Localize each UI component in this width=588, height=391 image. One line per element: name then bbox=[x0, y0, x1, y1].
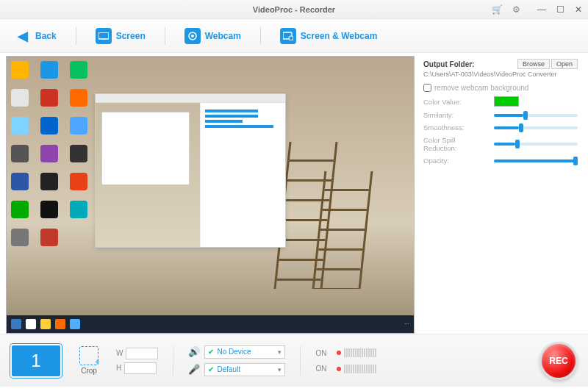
color-swatch[interactable] bbox=[494, 96, 519, 107]
spill-label: Color Spill Reduction: bbox=[423, 136, 490, 152]
bottom-bar: 1 Crop W H 🔊 ✔ No Device ▾ 🎤 ✔ Def bbox=[0, 334, 588, 387]
record-dot-icon bbox=[337, 351, 341, 355]
microphone-icon: 🎤 bbox=[188, 364, 200, 375]
maximize-button[interactable]: ☐ bbox=[556, 4, 564, 15]
desktop-icons bbox=[7, 57, 95, 311]
mode-toolbar: ◀ Back Screen Webcam Screen & Webcam bbox=[0, 19, 588, 53]
chevron-down-icon: ▾ bbox=[278, 366, 282, 373]
mic-device-select[interactable]: ✔ Default ▾ bbox=[204, 363, 285, 376]
speaker-icon: 🔊 bbox=[188, 346, 200, 357]
screen-label: Screen bbox=[116, 31, 146, 41]
screen-webcam-mode-button[interactable]: Screen & Webcam bbox=[277, 26, 381, 46]
screen-preview[interactable]: ⋯ bbox=[6, 56, 415, 334]
open-button[interactable]: Open bbox=[551, 59, 578, 69]
check-icon: ✔ bbox=[208, 365, 214, 373]
browse-button[interactable]: Browse bbox=[517, 59, 550, 69]
mic-device-value: Default bbox=[217, 365, 240, 373]
width-label: W bbox=[116, 349, 123, 357]
output-path: C:\Users\AT-003\Videos\VideoProc Convert… bbox=[423, 71, 578, 78]
remove-bg-input[interactable] bbox=[423, 84, 431, 92]
separator bbox=[165, 27, 165, 45]
webcam-mode-button[interactable]: Webcam bbox=[182, 26, 244, 46]
chevron-down-icon: ▾ bbox=[278, 348, 282, 356]
check-icon: ✔ bbox=[208, 348, 214, 356]
minimize-button[interactable]: — bbox=[537, 4, 546, 15]
height-input[interactable] bbox=[124, 362, 157, 374]
app-title: VideoProc - Recorder bbox=[253, 5, 335, 14]
display-selector[interactable]: 1 bbox=[10, 344, 62, 378]
gear-icon[interactable]: ⚙ bbox=[511, 4, 521, 15]
output-folder-label: Output Folder: bbox=[423, 60, 474, 68]
svg-rect-0 bbox=[98, 32, 109, 39]
wallpaper-ladder bbox=[282, 127, 370, 289]
back-button[interactable]: ◀ Back bbox=[12, 26, 60, 46]
similarity-slider[interactable] bbox=[494, 114, 578, 117]
wallpaper: ⋯ bbox=[7, 57, 414, 333]
remove-bg-label: remove webcam background bbox=[434, 84, 528, 92]
screen-icon bbox=[96, 28, 112, 44]
audio-toggle[interactable]: ON bbox=[315, 349, 326, 357]
taskbar: ⋯ bbox=[7, 315, 414, 333]
audio-device-value: No Device bbox=[217, 348, 251, 356]
mic-level-meter bbox=[337, 365, 376, 373]
separator bbox=[260, 27, 261, 45]
svg-point-3 bbox=[191, 35, 194, 37]
screen-webcam-label: Screen & Webcam bbox=[301, 31, 378, 41]
title-bar: VideoProc - Recorder 🛒 ⚙ — ☐ ✕ bbox=[0, 0, 588, 19]
width-input[interactable] bbox=[126, 348, 158, 359]
opacity-slider[interactable] bbox=[494, 159, 578, 162]
settings-panel: Output Folder: Browse Open C:\Users\AT-0… bbox=[419, 56, 582, 334]
color-value-label: Color Value: bbox=[423, 98, 490, 106]
webcam-icon bbox=[184, 28, 201, 44]
opacity-label: Opacity: bbox=[423, 157, 490, 165]
record-label: REC bbox=[549, 356, 567, 366]
smoothness-slider[interactable] bbox=[494, 126, 578, 129]
webcam-label: Webcam bbox=[205, 31, 241, 41]
similarity-label: Similarity: bbox=[423, 111, 490, 119]
record-dot-icon bbox=[337, 367, 341, 371]
crop-label: Crop bbox=[81, 367, 97, 375]
dimension-inputs: W H bbox=[116, 348, 158, 374]
remove-bg-checkbox[interactable]: remove webcam background bbox=[423, 84, 578, 92]
separator bbox=[173, 346, 173, 376]
display-number: 1 bbox=[31, 351, 40, 371]
svg-rect-1 bbox=[102, 39, 105, 40]
crop-button[interactable]: Crop bbox=[72, 344, 106, 378]
mic-toggle[interactable]: ON bbox=[315, 365, 326, 373]
spill-slider[interactable] bbox=[494, 143, 578, 146]
record-button[interactable]: REC bbox=[539, 342, 578, 380]
audio-level-meter bbox=[337, 348, 376, 357]
audio-device-select[interactable]: ✔ No Device ▾ bbox=[204, 345, 285, 359]
back-label: Back bbox=[35, 31, 57, 41]
screen-mode-button[interactable]: Screen bbox=[93, 26, 148, 46]
smoothness-label: Smoothness: bbox=[423, 123, 490, 132]
back-arrow-icon: ◀ bbox=[15, 28, 31, 44]
height-label: H bbox=[116, 364, 121, 372]
separator bbox=[300, 346, 301, 376]
separator bbox=[76, 27, 76, 45]
cart-icon[interactable]: 🛒 bbox=[492, 4, 502, 15]
close-button[interactable]: ✕ bbox=[575, 4, 582, 15]
screen-webcam-icon bbox=[280, 28, 296, 44]
svg-point-5 bbox=[289, 36, 293, 40]
crop-icon bbox=[79, 346, 98, 365]
nested-recorder-window bbox=[95, 93, 286, 248]
